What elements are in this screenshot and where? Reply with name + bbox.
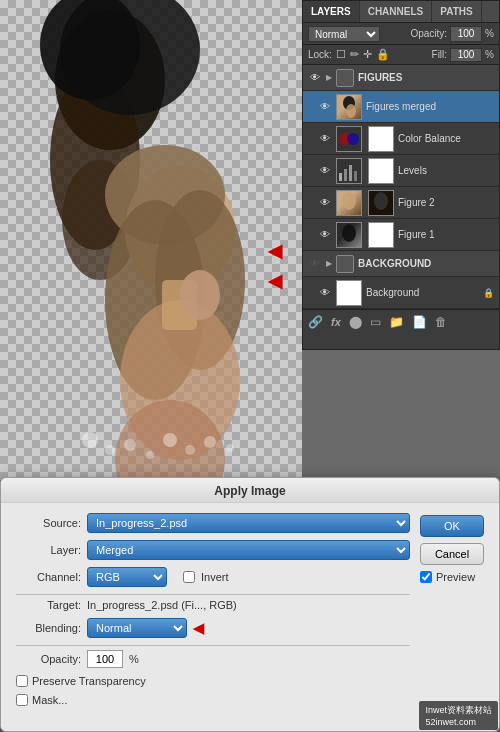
svg-point-12 [180,270,220,320]
thumb-background-group [336,255,354,273]
divider-1 [16,594,410,595]
opacity-input-dialog[interactable] [87,650,123,668]
eye-levels[interactable]: 👁 [318,164,332,178]
layer-group-background[interactable]: 👁 ▶ BACKGROUND [303,251,499,277]
svg-rect-26 [344,169,347,181]
svg-point-15 [124,439,136,451]
eye-figures-merged[interactable]: 👁 [318,100,332,114]
mask-icon[interactable]: ▭ [370,315,381,329]
source-label: Source: [16,517,81,529]
eye-figure-2[interactable]: 👁 [318,196,332,210]
mask-checkbox[interactable] [16,694,28,706]
svg-point-20 [226,444,234,452]
fill-input[interactable] [450,48,482,62]
mask-color-balance [368,126,394,152]
panel-bottom-bar: 🔗 fx ⬤ ▭ 📁 📄 🗑 [303,309,499,333]
eye-background[interactable]: 👁 [318,286,332,300]
thumb-background [336,280,362,306]
apply-image-dialog: Apply Image Source: In_progress_2.psd La… [0,477,500,732]
svg-point-17 [163,433,177,447]
layer-color-balance[interactable]: 👁 Color Balance [303,123,499,155]
channel-label: Channel: [16,571,81,583]
svg-point-31 [342,224,356,242]
link-icon[interactable]: 🔗 [308,315,323,329]
blending-row: Blending: Normal ◀ [16,618,410,638]
target-label: Target: [16,599,81,611]
eye-figure-1[interactable]: 👁 [318,228,332,242]
tab-paths[interactable]: PATHS [432,1,481,22]
canvas-area: ◀ ◀ [0,0,302,480]
lock-all-icon[interactable]: 🔒 [376,48,390,61]
thumb-figures-group [336,69,354,87]
preserve-checkbox[interactable] [16,675,28,687]
layer-group-figures[interactable]: 👁 ▶ FIGURES [303,65,499,91]
layer-figure-2[interactable]: 👁 Figure 2 [303,187,499,219]
layer-background[interactable]: 👁 Background 🔒 [303,277,499,309]
layer-name-background: Background [366,287,479,298]
svg-point-18 [185,445,195,455]
layer-name-figure-2: Figure 2 [398,197,494,208]
thumb-figures-merged [336,94,362,120]
svg-point-14 [105,445,115,455]
preserve-row: Preserve Transparency [16,675,410,687]
opacity-label-dialog: Opacity: [16,653,81,665]
watermark: Inwet资料素材站 52inwet.com [419,701,498,730]
mask-row: Mask... [16,694,410,706]
blend-mode-select[interactable]: Normal [308,26,380,42]
eye-background-group[interactable]: 👁 [308,257,322,271]
lock-brush-icon[interactable]: ✏ [350,48,359,61]
adjustment-icon[interactable]: ⬤ [349,315,362,329]
opacity-input[interactable] [450,26,482,42]
group-icon[interactable]: 📁 [389,315,404,329]
lock-checkbox-icon[interactable]: ☐ [336,48,346,61]
opacity-label: Opacity: [410,28,447,39]
tab-layers[interactable]: LAYERS [303,1,360,22]
preview-checkbox[interactable] [420,571,432,583]
layer-label: Layer: [16,544,81,556]
svg-point-22 [346,104,356,118]
source-select[interactable]: In_progress_2.psd [87,513,410,533]
target-value: In_progress_2.psd (Fi..., RGB) [87,599,237,611]
lock-fill-row: Lock: ☐ ✏ ✛ 🔒 Fill: % [303,45,499,65]
eye-color-balance[interactable]: 👁 [318,132,332,146]
fill-percent: % [485,49,494,60]
background-lock-icon: 🔒 [483,288,494,298]
fx-icon[interactable]: fx [331,316,341,328]
svg-rect-28 [354,171,357,181]
lock-label: Lock: [308,49,332,60]
cancel-button[interactable]: Cancel [420,543,484,565]
eye-figures[interactable]: 👁 [308,71,322,85]
mask-figure-1 [368,222,394,248]
layer-name-levels: Levels [398,165,494,176]
red-arrow-2: ◀ [268,270,282,292]
svg-rect-27 [349,165,352,181]
svg-point-19 [204,436,216,448]
layer-select[interactable]: Merged [87,540,410,560]
channel-select[interactable]: RGB [87,567,167,587]
svg-point-24 [347,133,359,145]
lock-position-icon[interactable]: ✛ [363,48,372,61]
fill-label: Fill: [432,49,448,60]
dialog-buttons: OK Cancel Preview [420,513,484,713]
layer-figure-1[interactable]: 👁 Figure 1 [303,219,499,251]
layer-row: Layer: Merged [16,540,410,560]
layer-figures-merged[interactable]: 👁 Figures merged [303,91,499,123]
opacity-percent: % [485,28,494,39]
delete-icon[interactable]: 🗑 [435,315,447,329]
mask-label: Mask... [32,694,67,706]
dialog-form: Source: In_progress_2.psd Layer: Merged … [16,513,410,713]
invert-checkbox[interactable] [183,571,195,583]
layer-name-color-balance: Color Balance [398,133,494,144]
mask-figure-2 [368,190,394,216]
svg-point-13 [82,432,98,448]
ok-button[interactable]: OK [420,515,484,537]
layer-levels[interactable]: 👁 Levels [303,155,499,187]
new-layer-icon[interactable]: 📄 [412,315,427,329]
triangle-figures[interactable]: ▶ [326,73,332,82]
mask-levels [368,158,394,184]
blending-select[interactable]: Normal [87,618,187,638]
layers-list: 👁 ▶ FIGURES 👁 Figures merged 👁 Color Bal… [303,65,499,309]
preview-label: Preview [436,571,475,583]
triangle-background[interactable]: ▶ [326,259,332,268]
tab-channels[interactable]: CHANNELS [360,1,433,22]
